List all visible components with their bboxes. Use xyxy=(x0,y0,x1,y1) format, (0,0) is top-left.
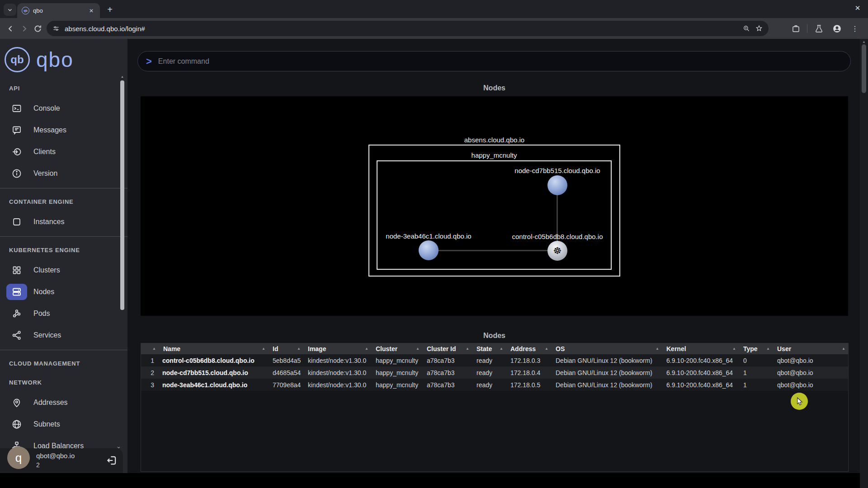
command-input[interactable] xyxy=(158,57,842,66)
column-header-address[interactable]: Address▲ xyxy=(507,343,552,354)
sidebar: qb qbo API Console Messages Clients Vers… xyxy=(0,39,127,473)
sidebar-item-clients[interactable]: Clients xyxy=(0,141,127,163)
row-image: kindest/node:v1.30.0 xyxy=(304,366,372,379)
graph-cluster-label: happy_mcnulty xyxy=(377,151,612,159)
column-header-cluster[interactable]: Cluster▲ xyxy=(372,343,423,354)
sidebar-item-label: Clients xyxy=(33,148,56,156)
sidebar-item-pods[interactable]: Pods xyxy=(0,303,127,324)
bookmark-star-icon[interactable] xyxy=(755,24,763,33)
graph-node-label: node-cd7bb515.cloud.qbo.io xyxy=(478,167,637,174)
browser-toolbar: absens.cloud.qbo.io/login# ⋮ xyxy=(0,18,868,39)
tab-favicon-icon: qb xyxy=(22,7,29,14)
forward-button[interactable] xyxy=(17,22,31,35)
column-header-image[interactable]: Image▲ xyxy=(304,343,372,354)
browser-tab[interactable]: qb qbo ✕ xyxy=(17,3,100,18)
column-header-name[interactable]: Name▲ xyxy=(160,343,269,354)
column-header-os[interactable]: OS▲ xyxy=(552,343,663,354)
column-header-type[interactable]: Type▲ xyxy=(740,343,774,354)
sidebar-item-instances[interactable]: Instances xyxy=(0,211,127,233)
section-header-kubernetes-engine: KUBERNETES ENGINE xyxy=(0,240,127,259)
sidebar-item-label: Clusters xyxy=(33,266,60,274)
row-state: ready xyxy=(473,366,507,379)
sort-icon: ▲ xyxy=(152,347,156,351)
graph-node-worker-3eab46c1[interactable] xyxy=(419,240,439,260)
address-bar[interactable]: absens.cloud.qbo.io/login# xyxy=(47,21,769,36)
prompt-icon: > xyxy=(146,56,152,66)
sidebar-item-clusters[interactable]: Clusters xyxy=(0,259,127,281)
back-button[interactable] xyxy=(4,22,17,35)
row-type: 1 xyxy=(740,379,774,391)
scrollbar-up-icon[interactable]: ▲ xyxy=(860,40,868,44)
sort-icon: ▲ xyxy=(262,347,265,351)
table-row[interactable]: 3 node-3eab46c1.cloud.qbo.io 7709e8a4 ki… xyxy=(141,379,848,391)
graph-node-worker-cd7bb515[interactable] xyxy=(547,175,567,195)
row-num: 3 xyxy=(141,379,160,391)
table-row[interactable]: 2 node-cd7bb515.cloud.qbo.io d4685a54 ki… xyxy=(141,366,848,379)
sidebar-item-messages[interactable]: Messages xyxy=(0,119,127,141)
sidebar-item-nodes[interactable]: Nodes xyxy=(0,281,127,303)
server-icon xyxy=(6,284,27,300)
graph-node-control-c05b6db8[interactable]: ☸ xyxy=(547,241,567,261)
graph-panel-title: Nodes xyxy=(141,84,848,92)
zoom-icon[interactable] xyxy=(742,24,750,33)
column-header-kernel[interactable]: Kernel▲ xyxy=(663,343,740,354)
row-user: qbot@qbo.io xyxy=(774,354,849,366)
row-cluster: happy_mcnulty xyxy=(372,366,423,379)
sidebar-item-console[interactable]: Console xyxy=(0,98,127,119)
table-body: 1 control-c05b6db8.cloud.qbo.io 5eb8d4a5… xyxy=(141,354,848,391)
row-num: 1 xyxy=(141,354,160,366)
column-header-state[interactable]: State▲ xyxy=(473,343,507,354)
sidebar-item-addresses[interactable]: Addresses xyxy=(0,392,127,413)
graph-cluster-box xyxy=(377,160,612,270)
column-header-cluster-id[interactable]: Cluster Id▲ xyxy=(423,343,473,354)
nodes-table: ▲ Name▲ Id▲ Image▲ Cluster▲ Cluster Id▲ … xyxy=(141,343,849,472)
extensions-button[interactable] xyxy=(789,22,802,35)
tab-search-button[interactable] xyxy=(4,4,16,16)
sidebar-scrollbar[interactable] xyxy=(120,80,124,310)
app-logo[interactable]: qb qbo xyxy=(5,45,127,74)
sidebar-item-label: Console xyxy=(33,104,60,113)
cursor-arrow-icon xyxy=(795,397,804,406)
page-scrollbar-thumb[interactable] xyxy=(862,44,866,93)
row-id: 5eb8d4a5 xyxy=(269,354,304,366)
column-header-num[interactable]: ▲ xyxy=(141,343,160,354)
url-text[interactable]: absens.cloud.qbo.io/login# xyxy=(65,25,738,33)
sidebar-item-services[interactable]: Services xyxy=(0,324,127,346)
row-state: ready xyxy=(473,354,507,366)
row-kernel: 6.9.10-200.fc40.x86_64 xyxy=(663,366,740,379)
profile-button[interactable] xyxy=(830,22,844,35)
row-os: Debian GNU/Linux 12 (bookworm) xyxy=(552,379,663,391)
graph-edge-horizontal xyxy=(429,250,558,251)
sidebar-scroll-up-icon[interactable]: ▲ xyxy=(120,75,124,78)
profile-avatar-icon xyxy=(832,24,842,33)
logout-button[interactable] xyxy=(105,454,118,467)
site-info-icon[interactable] xyxy=(52,24,60,33)
page-scrollbar[interactable]: ▲ xyxy=(860,39,868,488)
sidebar-item-label: Version xyxy=(33,169,57,178)
user-avatar[interactable]: q xyxy=(7,446,30,469)
reload-button[interactable] xyxy=(31,22,44,35)
browser-window: qb qbo ✕ + ✕ absens.cloud.qbo.io/login# xyxy=(0,0,868,488)
browser-menu-button[interactable]: ⋮ xyxy=(848,22,862,35)
tab-close-icon[interactable]: ✕ xyxy=(87,7,95,15)
table-row[interactable]: 1 control-c05b6db8.cloud.qbo.io 5eb8d4a5… xyxy=(141,354,848,366)
column-header-id[interactable]: Id▲ xyxy=(269,343,304,354)
sidebar-item-label: Messages xyxy=(33,126,66,134)
sort-icon: ▲ xyxy=(842,347,845,351)
row-cluster-id: a78ca7b3 xyxy=(423,379,473,391)
qbo-logo-text: qbo xyxy=(36,47,74,72)
row-cluster: happy_mcnulty xyxy=(372,379,423,391)
chevron-down-icon xyxy=(7,7,13,13)
graph-node-label: control-c05b6db8.cloud.qbo.io xyxy=(478,233,637,240)
row-image: kindest/node:v1.30.0 xyxy=(304,379,372,391)
sidebar-item-subnets[interactable]: Subnets xyxy=(0,413,127,435)
column-header-user[interactable]: User▲ xyxy=(774,343,849,354)
row-os: Debian GNU/Linux 12 (bookworm) xyxy=(552,354,663,366)
new-tab-button[interactable]: + xyxy=(104,4,116,15)
row-user: qbot@qbo.io xyxy=(774,379,849,391)
window-close-button[interactable]: ✕ xyxy=(852,2,863,14)
square-icon xyxy=(6,214,27,230)
labs-button[interactable] xyxy=(812,22,826,35)
row-cluster: happy_mcnulty xyxy=(372,354,423,366)
sidebar-item-version[interactable]: Version xyxy=(0,163,127,184)
